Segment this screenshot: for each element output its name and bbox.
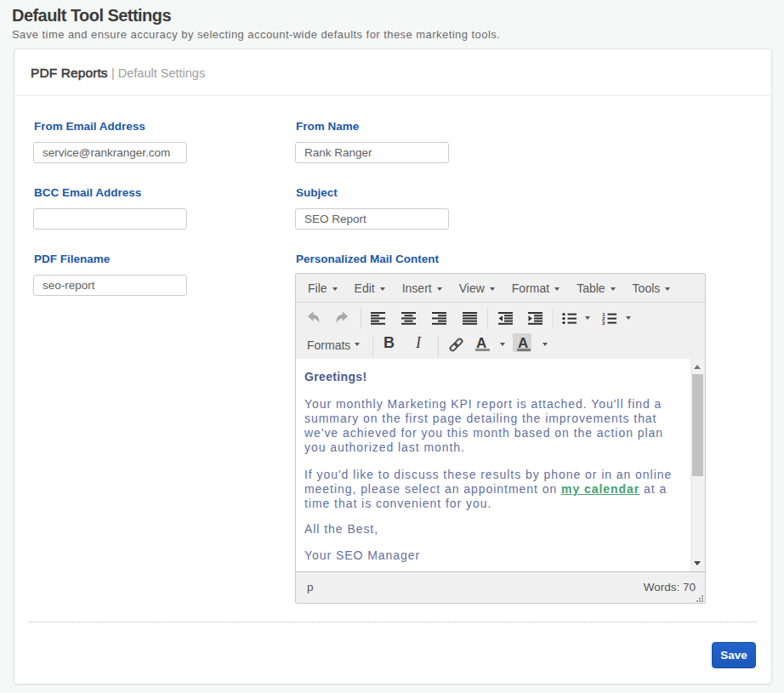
svg-text:3: 3 bbox=[602, 320, 605, 325]
